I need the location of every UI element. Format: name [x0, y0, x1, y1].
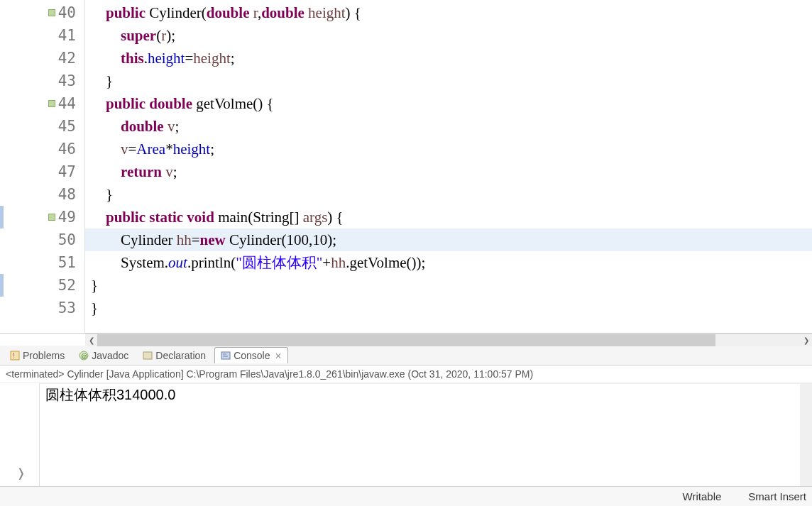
scroll-left-arrow-icon[interactable]: ❮ [85, 334, 97, 346]
tab-problems[interactable]: ! Problems [4, 348, 70, 363]
tab-label: Problems [23, 350, 65, 361]
code-editor: 4041424344454647484950515253 public Cyli… [0, 0, 812, 334]
code-area[interactable]: public Cylinder(double r,double height) … [85, 0, 812, 333]
quickdiff-marker [0, 274, 4, 297]
line-number[interactable]: 45 [0, 115, 84, 138]
code-line[interactable]: System.out.println("圆柱体体积"+hh.getVolme()… [85, 251, 812, 274]
gutter[interactable]: 4041424344454647484950515253 [0, 0, 85, 333]
line-number[interactable]: 40 [0, 1, 84, 24]
status-writable: Writable [683, 490, 722, 502]
scroll-right-arrow-icon[interactable]: ❯ [800, 334, 812, 346]
status-bar: Writable Smart Insert [0, 486, 812, 506]
console-process-header: <terminated> Cylinder [Java Application]… [0, 365, 812, 383]
console-vertical-scrollbar[interactable] [800, 384, 812, 490]
status-insert-mode: Smart Insert [748, 490, 806, 502]
method-marker-icon[interactable] [48, 9, 55, 16]
horizontal-scrollbar[interactable]: ❮ ❯ [85, 334, 812, 346]
javadoc-icon: @ [79, 351, 89, 361]
scroll-thumb[interactable] [97, 334, 715, 346]
console-view: <terminated> Cylinder [Java Application]… [0, 365, 812, 490]
tab-console[interactable]: Console ⨯ [214, 347, 287, 363]
close-icon[interactable]: ⨯ [273, 351, 282, 361]
method-marker-icon[interactable] [48, 100, 55, 107]
code-line[interactable]: public Cylinder(double r,double height) … [85, 1, 812, 24]
line-number[interactable]: 48 [0, 183, 84, 206]
console-output-line: 圆柱体体积314000.0 [40, 384, 812, 406]
svg-text:@: @ [81, 353, 87, 360]
code-line[interactable]: Cylinder hh=new Cylinder(100,10); [85, 229, 812, 251]
code-line[interactable]: super(r); [85, 24, 812, 47]
tab-declaration[interactable]: Declaration [137, 348, 212, 363]
line-number[interactable]: 50 [0, 229, 84, 251]
code-line[interactable]: } [85, 183, 812, 206]
line-number[interactable]: 41 [0, 24, 84, 47]
svg-text:!: ! [13, 352, 15, 360]
line-number[interactable]: 43 [0, 70, 84, 92]
line-number[interactable]: 52 [0, 274, 84, 297]
svg-rect-5 [221, 352, 230, 359]
line-number[interactable]: 42 [0, 47, 84, 70]
console-body[interactable]: 圆柱体体积314000.0 [39, 383, 812, 490]
console-icon [221, 351, 231, 361]
code-line[interactable]: public double getVolme() { [85, 92, 812, 115]
line-number[interactable]: 49 [0, 206, 84, 229]
problems-icon: ! [10, 351, 20, 361]
line-number[interactable]: 46 [0, 138, 84, 160]
svg-rect-4 [143, 352, 152, 359]
code-line[interactable]: double v; [85, 115, 812, 138]
views-tabbar: ! Problems @ Javadoc Declaration Console… [0, 346, 812, 365]
scroll-track[interactable] [97, 334, 800, 346]
declaration-icon [143, 351, 153, 361]
line-number[interactable]: 53 [0, 297, 84, 319]
code-line[interactable]: this.height=height; [85, 47, 812, 70]
line-number[interactable]: 47 [0, 160, 84, 183]
quickdiff-marker [0, 206, 4, 229]
svg-rect-0 [11, 351, 19, 360]
tab-label: Declaration [155, 350, 206, 361]
code-line[interactable]: public static void main(String[] args) { [85, 206, 812, 229]
code-line[interactable]: } [85, 297, 812, 319]
tab-label: Javadoc [92, 350, 128, 361]
code-line[interactable]: return v; [85, 160, 812, 183]
code-line[interactable]: } [85, 274, 812, 297]
tab-javadoc[interactable]: @ Javadoc [73, 348, 134, 363]
method-marker-icon[interactable] [48, 214, 55, 221]
code-line[interactable]: } [85, 70, 812, 92]
tab-label: Console [234, 350, 270, 361]
show-view-toggle-icon[interactable]: ❭ [14, 466, 27, 479]
line-number[interactable]: 51 [0, 251, 84, 274]
line-number[interactable]: 44 [0, 92, 84, 115]
code-line[interactable]: v=Area*height; [85, 138, 812, 160]
